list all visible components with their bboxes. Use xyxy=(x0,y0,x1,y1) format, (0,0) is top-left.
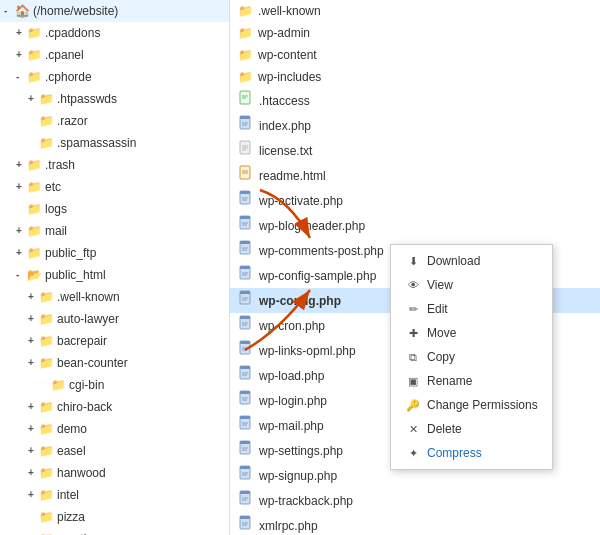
file-tree[interactable]: -🏠(/home/website)+📁.cpaddons+📁.cpanel-📁.… xyxy=(0,0,230,535)
menu-item-icon: ✕ xyxy=(405,423,421,436)
toggle-icon[interactable]: + xyxy=(16,244,26,262)
folder-icon: 📁 xyxy=(39,398,54,416)
tree-item-logs[interactable]: 📁logs xyxy=(0,198,229,220)
tree-item--razor[interactable]: 📁.razor xyxy=(0,110,229,132)
context-menu-item-view[interactable]: 👁View xyxy=(391,273,552,297)
folder-icon: 📁 xyxy=(27,46,42,64)
tree-item-chiro-back[interactable]: +📁chiro-back xyxy=(0,396,229,418)
file-row[interactable]: wp-activate.php xyxy=(230,188,600,213)
context-menu-item-download[interactable]: ⬇Download xyxy=(391,249,552,273)
toggle-icon[interactable]: + xyxy=(16,46,26,64)
tree-label: public_ftp xyxy=(45,244,96,262)
context-menu-item-delete[interactable]: ✕Delete xyxy=(391,417,552,441)
file-icon xyxy=(238,390,254,411)
menu-item-icon: ⧉ xyxy=(405,351,421,364)
svg-rect-17 xyxy=(240,191,250,194)
tree-item-public-ftp[interactable]: +📁public_ftp xyxy=(0,242,229,264)
file-row[interactable]: readme.html xyxy=(230,163,600,188)
tree-label: prestige xyxy=(57,530,100,535)
toggle-icon[interactable]: + xyxy=(16,178,26,196)
tree-item--trash[interactable]: +📁.trash xyxy=(0,154,229,176)
tree-item-public-html[interactable]: -📂public_html xyxy=(0,264,229,286)
file-icon xyxy=(238,440,254,461)
file-name: wp-config-sample.php xyxy=(259,267,376,285)
tree-item--htpasswds[interactable]: +📁.htpasswds xyxy=(0,88,229,110)
toggle-icon[interactable]: + xyxy=(28,288,38,306)
tree-label: logs xyxy=(45,200,67,218)
menu-item-label: Compress xyxy=(427,446,482,460)
toggle-icon[interactable]: + xyxy=(28,530,38,535)
file-row[interactable]: license.txt xyxy=(230,138,600,163)
context-menu-item-compress[interactable]: ✦Compress xyxy=(391,441,552,465)
toggle-icon[interactable]: - xyxy=(16,68,26,86)
tree-label: .cphorde xyxy=(45,68,92,86)
tree-item-bacrepair[interactable]: +📁bacrepair xyxy=(0,330,229,352)
svg-rect-6 xyxy=(240,116,250,119)
tree-item-pizza[interactable]: 📁pizza xyxy=(0,506,229,528)
file-name: wp-admin xyxy=(258,24,310,42)
context-menu-item-edit[interactable]: ✏Edit xyxy=(391,297,552,321)
file-row[interactable]: .htaccess xyxy=(230,88,600,113)
folder-icon: 📁 xyxy=(39,530,54,535)
tree-label: .cpaddons xyxy=(45,24,100,42)
tree-item-hanwood[interactable]: +📁hanwood xyxy=(0,462,229,484)
toggle-icon[interactable]: + xyxy=(16,24,26,42)
tree-item-auto-lawyer[interactable]: +📁auto-lawyer xyxy=(0,308,229,330)
tree-item-bean-counter[interactable]: +📁bean-counter xyxy=(0,352,229,374)
tree-item-etc[interactable]: +📁etc xyxy=(0,176,229,198)
tree-item--cpanel[interactable]: +📁.cpanel xyxy=(0,44,229,66)
tree-item-easel[interactable]: +📁easel xyxy=(0,440,229,462)
file-row[interactable]: index.php xyxy=(230,113,600,138)
context-menu-item-copy[interactable]: ⧉Copy xyxy=(391,345,552,369)
tree-label: .spamassassin xyxy=(57,134,136,152)
tree-item--spamassassin[interactable]: 📁.spamassassin xyxy=(0,132,229,154)
toggle-icon[interactable]: - xyxy=(4,2,14,20)
toggle-icon[interactable]: + xyxy=(28,90,38,108)
tree-item-mail[interactable]: +📁mail xyxy=(0,220,229,242)
tree-item-intel[interactable]: +📁intel xyxy=(0,484,229,506)
tree-item--cphorde[interactable]: -📁.cphorde xyxy=(0,66,229,88)
folder-icon: 📁 xyxy=(238,2,253,20)
toggle-icon[interactable]: + xyxy=(28,310,38,328)
file-icon xyxy=(238,265,254,286)
toggle-icon[interactable]: + xyxy=(28,354,38,372)
folder-icon: 📁 xyxy=(39,464,54,482)
folder-icon: 📁 xyxy=(39,112,54,130)
file-name: wp-content xyxy=(258,46,317,64)
tree-label: .cpanel xyxy=(45,46,84,64)
file-row[interactable]: 📁.well-known xyxy=(230,0,600,22)
toggle-icon[interactable]: + xyxy=(16,222,26,240)
toggle-icon[interactable]: + xyxy=(28,332,38,350)
file-row[interactable]: wp-blog-header.php xyxy=(230,213,600,238)
toggle-icon[interactable]: - xyxy=(16,266,26,284)
file-icon xyxy=(238,215,254,236)
file-row[interactable]: 📁wp-content xyxy=(230,44,600,66)
file-row[interactable]: wp-trackback.php xyxy=(230,488,600,513)
context-menu-item-rename[interactable]: ▣Rename xyxy=(391,369,552,393)
tree-item--cpaddons[interactable]: +📁.cpaddons xyxy=(0,22,229,44)
tree-item---home-website-[interactable]: -🏠(/home/website) xyxy=(0,0,229,22)
toggle-icon[interactable]: + xyxy=(28,486,38,504)
file-name: wp-activate.php xyxy=(259,192,343,210)
toggle-icon[interactable]: + xyxy=(28,398,38,416)
tree-item-cgi-bin[interactable]: 📁cgi-bin xyxy=(0,374,229,396)
file-list[interactable]: 📁.well-known📁wp-admin📁wp-content📁wp-incl… xyxy=(230,0,600,535)
tree-item-demo[interactable]: +📁demo xyxy=(0,418,229,440)
toggle-icon[interactable]: + xyxy=(16,156,26,174)
folder-icon: 📁 xyxy=(27,178,42,196)
context-menu-item-move[interactable]: ✚Move xyxy=(391,321,552,345)
toggle-icon[interactable]: + xyxy=(28,464,38,482)
tree-label: public_html xyxy=(45,266,106,284)
file-name: wp-links-opml.php xyxy=(259,342,356,360)
tree-item-prestige[interactable]: +📁prestige xyxy=(0,528,229,535)
file-row[interactable]: xmlrpc.php xyxy=(230,513,600,535)
file-icon xyxy=(238,190,254,211)
tree-item--well-known[interactable]: +📁.well-known xyxy=(0,286,229,308)
file-name: .htaccess xyxy=(259,92,310,110)
file-row[interactable]: 📁wp-admin xyxy=(230,22,600,44)
context-menu-item-change-permissions[interactable]: 🔑Change Permissions xyxy=(391,393,552,417)
toggle-icon[interactable]: + xyxy=(28,420,38,438)
file-row[interactable]: 📁wp-includes xyxy=(230,66,600,88)
toggle-icon[interactable]: + xyxy=(28,442,38,460)
svg-rect-57 xyxy=(240,441,250,444)
